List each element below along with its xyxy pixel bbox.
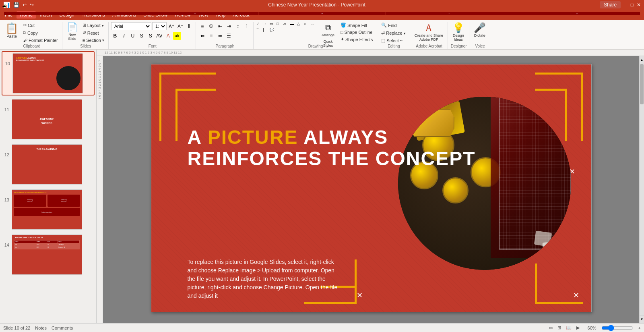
- view-slide-sorter-button[interactable]: ⊞: [557, 325, 561, 330]
- main-slide: ✕ ✕ ✕ ✕: [151, 64, 592, 312]
- shape-fill-label: Shape Fill: [347, 23, 367, 28]
- zoom-label: 60%: [588, 326, 597, 330]
- strikethrough-button[interactable]: S: [138, 32, 146, 40]
- font-color-button[interactable]: A: [164, 32, 172, 40]
- column-button[interactable]: ⫿: [243, 22, 251, 30]
- line-spacing-button[interactable]: ↕: [234, 22, 242, 30]
- slide-num-13: 13: [3, 197, 9, 202]
- slide-thumb-13[interactable]: 13 INFOGRAPHICS ARE UNDERSTANDABLE... me…: [2, 188, 95, 231]
- canvas-area: 12 11 10 9 8 7 6 5 4 3 2 1 0 1 2 3 4 5 6…: [97, 50, 644, 323]
- bold-button[interactable]: B: [111, 32, 119, 40]
- designer-label: Designer: [449, 44, 469, 48]
- shape-bracket[interactable]: {: [263, 28, 269, 33]
- highlight-button[interactable]: ab: [173, 32, 181, 40]
- comments-button[interactable]: Comments: [52, 326, 73, 330]
- zoom-slider[interactable]: [601, 326, 634, 330]
- slide-preview-11: AWESOMEWORDS ☁: [12, 99, 82, 139]
- view-reading-button[interactable]: 📖: [566, 325, 572, 330]
- font-decrease-button[interactable]: A⁻: [176, 22, 184, 30]
- font-size-select[interactable]: 11: [152, 22, 167, 30]
- copy-button[interactable]: ⧉ Copy: [21, 29, 60, 36]
- slide-circle-inner: [398, 97, 571, 270]
- arrange-button[interactable]: ⧉ Arrange: [320, 22, 336, 38]
- justify-button[interactable]: ☰: [225, 32, 233, 40]
- font-name-select[interactable]: Arial: [111, 22, 151, 30]
- section-arrow: ▾: [102, 38, 104, 42]
- shape-effects-button[interactable]: ✦ Shape Effects: [339, 36, 374, 43]
- new-slide-button[interactable]: 📄 NewSlide: [65, 22, 80, 42]
- cross-marker-4: ✕: [573, 291, 579, 300]
- scroll-thumb[interactable]: [640, 64, 644, 104]
- paragraph-label: Paragraph: [197, 44, 253, 48]
- slide-thumb-10[interactable]: 10 A PICTURE ALWAYSREINFORCES THE CONCEP…: [2, 51, 95, 95]
- notes-button[interactable]: Notes: [35, 326, 47, 330]
- slide-image-circle[interactable]: [398, 97, 571, 270]
- align-right-button[interactable]: ➡: [216, 32, 224, 40]
- slide-num-11: 11: [3, 107, 9, 112]
- reset-button[interactable]: ↺ Reset: [81, 29, 106, 36]
- cut-label: Cut: [28, 23, 35, 28]
- ribbon-group-designer: 💡 DesignIdeas Designer: [449, 22, 469, 49]
- font-increase-button[interactable]: A⁺: [167, 22, 175, 30]
- shape-callout[interactable]: 💬: [270, 28, 276, 33]
- clipboard-label: Clipboard: [2, 44, 62, 48]
- underline-button[interactable]: U: [129, 32, 137, 40]
- slide-thumb-11[interactable]: 11 AWESOMEWORDS ☁: [2, 98, 95, 141]
- italic-button[interactable]: I: [120, 32, 128, 40]
- slide-num-14: 14: [3, 243, 9, 247]
- design-ideas-button[interactable]: 💡 DesignIdeas: [450, 22, 466, 43]
- shadow-button[interactable]: S: [147, 32, 155, 40]
- slide-body-text[interactable]: To replace this picture in Google Slides…: [188, 258, 341, 300]
- dictate-icon: 🎤: [474, 23, 486, 33]
- slides-buttons: 📄 NewSlide ⊞ Layout ▾ ↺ Reset ≡ Section: [65, 22, 106, 44]
- drawing-label: Drawing: [254, 44, 377, 48]
- slide-title[interactable]: A PICTURE ALWAYS REINFORCES THE CONCEPT: [188, 127, 476, 170]
- ruler-top: 12 11 10 9 8 7 6 5 4 3 2 1 0 1 2 3 4 5 6…: [97, 50, 644, 56]
- bullets-button[interactable]: ≡: [198, 22, 206, 30]
- char-spacing-button[interactable]: AV: [155, 32, 163, 40]
- increase-indent-button[interactable]: ⇥: [225, 22, 233, 30]
- ribbon-group-font: Arial 11 A⁺ A⁻ Ⅱ B I U S S AV A: [109, 22, 196, 49]
- zoom-in-button[interactable]: +: [638, 326, 641, 330]
- view-slideshow-button[interactable]: ▶: [576, 325, 580, 330]
- decrease-indent-button[interactable]: ⇤: [216, 22, 224, 30]
- slide-thumb-12[interactable]: 12 THIS IS A CALENDAR 24 25 26 27 28: [2, 143, 95, 186]
- view-normal-button[interactable]: ▭: [549, 325, 553, 330]
- format-painter-button[interactable]: 🖌 Format Painter: [21, 37, 60, 44]
- shape-outline-icon: □: [341, 30, 343, 35]
- slide-title-a: A: [188, 127, 208, 148]
- scroll-up-button[interactable]: ▲: [640, 56, 644, 64]
- shape-outline-button[interactable]: □ Shape Outline: [339, 29, 374, 35]
- vertical-scrollbar[interactable]: ▲ ▼: [639, 56, 644, 323]
- paste-button[interactable]: 📋 Paste: [3, 22, 20, 40]
- align-center-button[interactable]: ≡: [207, 32, 215, 40]
- copy-label: Copy: [27, 31, 38, 35]
- shape-curve[interactable]: ⌒: [256, 28, 262, 33]
- slide-stage[interactable]: ✕ ✕ ✕ ✕: [103, 56, 639, 323]
- clear-format-button[interactable]: Ⅱ: [185, 22, 193, 30]
- status-bar: Slide 10 of 22 Notes Comments ▭ ⊞ 📖 ▶ 60…: [0, 323, 644, 332]
- dictate-button[interactable]: 🎤 Dictate: [472, 22, 488, 39]
- new-slide-icon: 📄: [67, 23, 78, 32]
- numbering-button[interactable]: ①: [207, 22, 215, 30]
- find-label: Find: [388, 23, 396, 28]
- select-button[interactable]: ⬚ Select ~: [380, 37, 407, 44]
- design-ideas-label: DesignIdeas: [453, 33, 464, 42]
- ribbon-content: 📋 Paste ✂ Cut ⧉ Copy 🖌 Format Painter: [0, 20, 644, 49]
- slide-title-line2: REINFORCES THE CONCEPT: [188, 148, 476, 170]
- slide-thumb-14[interactable]: 14 ...AND THE SAME GOES FOR TABLES GAME …: [2, 233, 95, 276]
- replace-button[interactable]: ⇄ Replace ▾: [380, 29, 407, 36]
- slides-label: Slides: [63, 44, 108, 48]
- scroll-down-button[interactable]: ▼: [640, 315, 644, 323]
- arrange-icon: ⧉: [325, 23, 331, 32]
- ribbon-group-slides: 📄 NewSlide ⊞ Layout ▾ ↺ Reset ≡ Section: [63, 22, 109, 49]
- ribbon-group-drawing: ⟋ → ▭ □ ▱ ▬ △ ○ ... ⌒ { 💬 ⧉ Arrange: [254, 22, 377, 49]
- ribbon: 📋 Paste ✂ Cut ⧉ Copy 🖌 Format Painter: [0, 20, 644, 50]
- align-left-button[interactable]: ⬅: [198, 32, 206, 40]
- section-button[interactable]: ≡ Section ▾: [81, 37, 106, 44]
- create-share-pdf-button[interactable]: Ａ Create and ShareAdobe PDF: [413, 22, 445, 43]
- arrange-label: Arrange: [322, 33, 334, 37]
- format-painter-label: Format Painter: [29, 38, 58, 43]
- shape-properties: 🪣 Shape Fill □ Shape Outline ✦ Shape Eff…: [339, 22, 374, 43]
- section-icon: ≡: [83, 38, 85, 43]
